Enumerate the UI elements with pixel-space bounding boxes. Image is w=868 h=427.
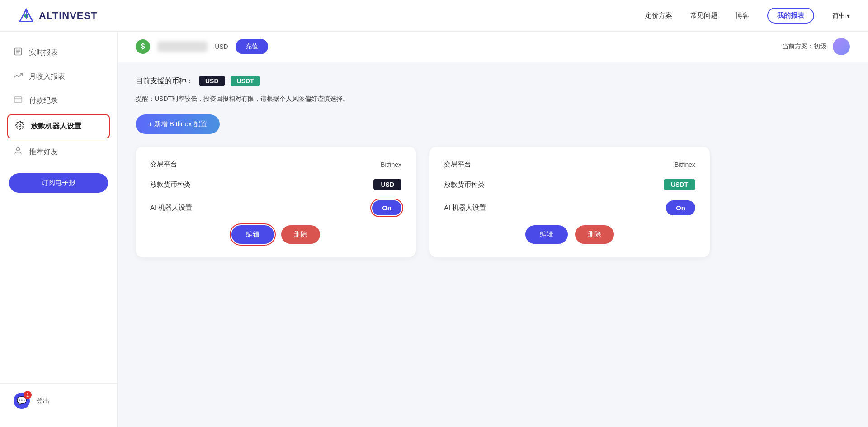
nav-pricing[interactable]: 定价方案: [645, 11, 672, 20]
card2-currency-row: 放款货币种类 USDT: [444, 179, 695, 190]
config-card-1: 交易平台 Bitfinex 放款货币种类 USD AI 机器人设置 On 编辑 …: [136, 147, 416, 257]
header-nav: 定价方案 常见问题 博客 我的报表 简中 ▾: [645, 8, 850, 24]
card1-robot-row: AI 机器人设置 On: [150, 200, 401, 215]
logout-label[interactable]: 登出: [36, 397, 50, 405]
balance-amount: [157, 41, 208, 52]
card2-robot-toggle[interactable]: On: [666, 200, 695, 215]
card2-platform-row: 交易平台 Bitfinex: [444, 160, 695, 169]
currency-label: 目前支援的币种：: [136, 76, 193, 86]
subscribe-button[interactable]: 订阅电子报: [9, 173, 108, 193]
chat-icon-wrap: 💬 1: [14, 393, 30, 409]
sidebar: 实时报表 月收入报表 付款纪录: [0, 32, 118, 427]
card1-platform-label: 交易平台: [150, 160, 177, 169]
svg-point-10: [17, 148, 20, 151]
nav-lang[interactable]: 简中 ▾: [832, 12, 850, 20]
logo-text: ALTINVEST: [39, 10, 98, 22]
sidebar-item-label: 月收入报表: [29, 72, 65, 81]
sidebar-item-monthly[interactable]: 月收入报表: [0, 65, 117, 89]
card1-edit-button[interactable]: 编辑: [231, 225, 274, 244]
logo-area: ALTINVEST: [18, 8, 98, 24]
payment-icon: [14, 95, 23, 106]
sidebar-footer: 💬 1 登出: [0, 383, 117, 418]
nav-my-report[interactable]: 我的报表: [767, 8, 814, 24]
sidebar-item-robot[interactable]: 放款机器人设置: [7, 114, 110, 138]
card2-platform-label: 交易平台: [444, 160, 471, 169]
gear-icon: [15, 121, 24, 132]
currency-info: 目前支援的币种： USD USDT: [136, 76, 850, 86]
card1-robot-label: AI 机器人设置: [150, 204, 192, 212]
card2-edit-button[interactable]: 编辑: [525, 225, 568, 244]
main-content: $ USD 充值 当前方案：初级 目前支援的币种： USD USDT 提醒：US…: [118, 32, 868, 427]
config-card-2: 交易平台 Bitfinex 放款货币种类 USDT AI 机器人设置 On 编辑…: [429, 147, 710, 257]
sidebar-subscribe: 订阅电子报: [9, 173, 108, 193]
topbar: $ USD 充值 当前方案：初级: [118, 32, 868, 62]
add-config-button[interactable]: + 新增 Bitfinex 配置: [136, 114, 220, 134]
content-area: 目前支援的币种： USD USDT 提醒：USDT利率较低，投资回报相对有限，请…: [118, 62, 868, 271]
user-icon: [14, 147, 23, 158]
card1-platform-row: 交易平台 Bitfinex: [150, 160, 401, 169]
card1-delete-button[interactable]: 删除: [281, 225, 320, 244]
card2-currency-badge: USDT: [664, 179, 695, 190]
sidebar-item-label: 放款机器人设置: [31, 122, 81, 131]
notification-badge: 1: [24, 391, 32, 399]
sidebar-item-referral[interactable]: 推荐好友: [0, 140, 117, 164]
dollar-icon: $: [136, 39, 150, 54]
sidebar-item-label: 实时报表: [29, 48, 58, 57]
topbar-right: 当前方案：初级: [782, 38, 850, 55]
chevron-down-icon: ▾: [847, 12, 850, 19]
sidebar-item-label: 推荐好友: [29, 147, 58, 157]
document-icon: [14, 47, 23, 58]
plan-avatar: [833, 38, 850, 55]
svg-point-9: [19, 124, 21, 127]
chart-icon: [14, 71, 23, 82]
recharge-button[interactable]: 充值: [236, 39, 268, 54]
card1-robot-toggle[interactable]: On: [372, 200, 401, 215]
card1-actions: 编辑 删除: [150, 225, 401, 244]
card1-currency-label: 放款货币种类: [150, 180, 191, 189]
nav-faq[interactable]: 常见问题: [690, 11, 717, 20]
card2-actions: 编辑 删除: [444, 225, 695, 244]
topbar-left: $ USD 充值: [136, 39, 268, 54]
nav-blog[interactable]: 博客: [736, 11, 749, 20]
card2-delete-button[interactable]: 删除: [575, 225, 614, 244]
cards-row: 交易平台 Bitfinex 放款货币种类 USD AI 机器人设置 On 编辑 …: [136, 147, 850, 257]
header: ALTINVEST 定价方案 常见问题 博客 我的报表 简中 ▾: [0, 0, 868, 32]
logo-icon: [18, 8, 34, 24]
currency-warning: 提醒：USDT利率较低，投资回报相对有限，请根据个人风险偏好谨慎选择。: [136, 94, 850, 104]
svg-rect-7: [14, 97, 22, 102]
plan-label: 当前方案：初级: [782, 43, 826, 50]
card1-currency-badge: USD: [373, 179, 401, 190]
card2-robot-row: AI 机器人设置 On: [444, 200, 695, 215]
usdt-badge: USDT: [231, 76, 260, 86]
sidebar-item-label: 付款纪录: [29, 96, 58, 105]
balance-currency: USD: [215, 43, 228, 50]
card1-platform-value: Bitfinex: [381, 161, 401, 168]
sidebar-item-payment[interactable]: 付款纪录: [0, 89, 117, 113]
card2-currency-label: 放款货币种类: [444, 180, 485, 189]
card2-platform-value: Bitfinex: [675, 161, 695, 168]
card2-robot-label: AI 机器人设置: [444, 204, 486, 212]
sidebar-item-realtime[interactable]: 实时报表: [0, 41, 117, 65]
usd-badge: USD: [199, 76, 225, 86]
card1-currency-row: 放款货币种类 USD: [150, 179, 401, 190]
layout: 实时报表 月收入报表 付款纪录: [0, 32, 868, 427]
